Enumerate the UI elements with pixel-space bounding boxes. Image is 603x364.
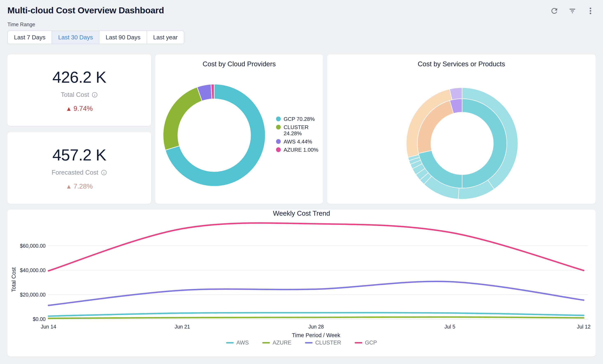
total-cost-label-text: Total Cost <box>61 91 89 99</box>
total-cost-value: 426.2 K <box>52 68 106 87</box>
legend-label: CLUSTER <box>315 340 341 346</box>
cluster-line-swatch-icon <box>305 342 313 343</box>
weekly-chart-title: Weekly Cost Trend <box>11 210 592 217</box>
refresh-icon <box>550 7 559 15</box>
legend-item-cluster[interactable]: CLUSTER 24.28% <box>276 124 320 137</box>
cost-by-providers-card: Cost by Cloud Providers GCP 70.28% CLUST… <box>155 54 323 204</box>
time-range-button-group: Last 7 Days Last 30 Days Last 90 Days La… <box>7 31 184 44</box>
delta-up-icon: ▲ <box>66 183 72 190</box>
legend-item-cluster[interactable]: CLUSTER <box>305 340 341 346</box>
legend-item-gcp[interactable]: GCP 70.28% <box>276 116 320 122</box>
services-sunburst-chart[interactable] <box>327 54 592 204</box>
forecasted-cost-value: 457.2 K <box>52 146 106 164</box>
time-range-last-year[interactable]: Last year <box>147 31 184 44</box>
svg-text:Total Cost: Total Cost <box>11 267 17 292</box>
more-options-button[interactable] <box>586 7 595 15</box>
legend-item-azure[interactable]: AZURE 1.00% <box>276 147 320 153</box>
legend-item-azure[interactable]: AZURE <box>262 340 291 346</box>
aws-line-swatch-icon <box>226 342 234 343</box>
time-range-last-90-days[interactable]: Last 90 Days <box>99 31 146 44</box>
svg-text:$20,000.00: $20,000.00 <box>20 292 46 298</box>
azure-legend-dot-icon <box>276 147 281 152</box>
gcp-legend-dot-icon <box>276 117 281 121</box>
weekly-legend: AWS AZURE CLUSTER GCP <box>7 340 596 346</box>
forecasted-cost-delta-value: 7.28% <box>73 182 93 190</box>
filter-icon <box>568 7 577 15</box>
svg-text:$0.00: $0.00 <box>33 316 46 322</box>
aws-legend-dot-icon <box>276 139 281 144</box>
page-title: Multi-cloud Cost Overview Dashboard <box>7 5 164 15</box>
svg-text:Time Period / Week: Time Period / Week <box>292 332 340 338</box>
providers-legend: GCP 70.28% CLUSTER 24.28% AWS 4.44% AZUR… <box>276 116 320 155</box>
svg-text:Jun 21: Jun 21 <box>174 324 190 330</box>
time-range-section: Time Range Last 7 Days Last 30 Days Last… <box>7 22 596 44</box>
gcp-line-swatch-icon <box>355 342 362 343</box>
legend-label: AWS <box>236 340 249 346</box>
forecasted-cost-label: Forecasted Cost <box>52 169 107 176</box>
kpi-column: 426.2 K Total Cost ▲9.74% 457.2 K Foreca… <box>7 54 151 204</box>
total-cost-card: 426.2 K Total Cost ▲9.74% <box>7 54 151 126</box>
legend-label: AZURE 1.00% <box>284 147 318 153</box>
weekly-cost-trend-card: Weekly Cost Trend $0.00$20,000.00$40,000… <box>7 210 596 356</box>
info-icon[interactable] <box>92 92 98 98</box>
svg-text:$40,000.00: $40,000.00 <box>20 267 46 273</box>
svg-text:Jun 14: Jun 14 <box>41 324 56 330</box>
kebab-menu-icon <box>586 7 595 15</box>
svg-text:$60,000.00: $60,000.00 <box>20 243 46 249</box>
total-cost-delta: ▲9.74% <box>66 105 93 112</box>
info-icon[interactable] <box>101 169 107 176</box>
legend-item-aws[interactable]: AWS 4.44% <box>276 139 320 145</box>
delta-up-icon: ▲ <box>66 105 72 112</box>
dashboard-page: Multi-cloud Cost Overview Dashboard Time… <box>0 0 603 364</box>
time-range-label: Time Range <box>7 22 596 27</box>
time-range-last-7-days[interactable]: Last 7 Days <box>8 31 52 44</box>
legend-label: GCP <box>365 340 377 346</box>
legend-label: CLUSTER 24.28% <box>284 124 320 137</box>
header-actions <box>550 7 595 15</box>
legend-label: AZURE <box>273 340 291 346</box>
forecasted-cost-label-text: Forecasted Cost <box>52 169 98 176</box>
total-cost-label: Total Cost <box>61 91 98 99</box>
forecasted-cost-card: 457.2 K Forecasted Cost ▲7.28% <box>7 132 151 204</box>
legend-label: GCP 70.28% <box>284 116 315 122</box>
total-cost-delta-value: 9.74% <box>73 105 93 112</box>
weekly-trend-line-chart[interactable]: $0.00$20,000.00$40,000.00$60,000.00Jun 1… <box>7 218 596 340</box>
cost-by-services-card: Cost by Services or Products <box>327 54 596 204</box>
header: Multi-cloud Cost Overview Dashboard <box>7 3 596 15</box>
cluster-legend-dot-icon <box>276 125 281 130</box>
time-range-last-30-days[interactable]: Last 30 Days <box>52 31 99 44</box>
filter-button[interactable] <box>568 7 577 15</box>
forecasted-cost-delta: ▲7.28% <box>66 182 93 190</box>
refresh-button[interactable] <box>550 7 559 15</box>
svg-text:Jul 12: Jul 12 <box>577 324 591 330</box>
legend-item-aws[interactable]: AWS <box>226 340 249 346</box>
legend-label: AWS 4.44% <box>284 139 312 145</box>
legend-item-gcp[interactable]: GCP <box>355 340 377 346</box>
svg-text:Jul 5: Jul 5 <box>444 324 455 330</box>
svg-text:Jun 28: Jun 28 <box>308 324 324 330</box>
top-cards-row: 426.2 K Total Cost ▲9.74% 457.2 K Foreca… <box>7 54 596 204</box>
azure-line-swatch-icon <box>262 342 270 343</box>
